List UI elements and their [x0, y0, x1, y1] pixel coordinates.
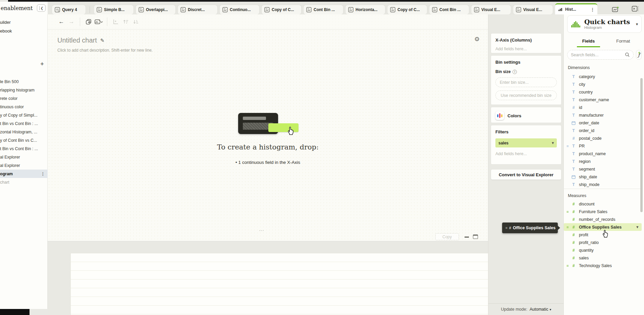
field-item-ship-date[interactable]: ship_date [564, 173, 642, 181]
sidebar-page-item[interactable]: ogram⋮ [0, 170, 48, 178]
collapse-sidebar-icon[interactable]: ❮ [37, 4, 46, 12]
add-page-list-button[interactable]: + [40, 61, 44, 67]
field-item-country[interactable]: Tcountry [564, 88, 642, 96]
field-item-id[interactable]: #id [564, 104, 642, 111]
info-icon[interactable]: i [513, 70, 517, 74]
toggle-panel-icon[interactable] [630, 4, 641, 13]
grid-row[interactable] [71, 253, 488, 262]
field-item-manufacturer[interactable]: Tmanufacturer [564, 111, 642, 119]
gear-icon[interactable]: ⚙ [474, 36, 480, 43]
scrollbar-thumb[interactable] [640, 78, 643, 212]
field-item-technology-sales[interactable]: =#Technology Sales [564, 262, 642, 269]
search-input[interactable] [571, 53, 625, 57]
page-tab[interactable]: Simple B... [94, 5, 133, 14]
field-item-region[interactable]: Tregion [564, 158, 642, 165]
sidebar-page-item[interactable]: le Bin 500 [0, 77, 48, 86]
sidebar-page-item[interactable]: rlapping histogram [0, 86, 48, 94]
text-type-icon: T [571, 159, 576, 164]
field-item-label: order_id [579, 128, 594, 133]
colors-section[interactable]: Colors [491, 107, 561, 123]
page-tab[interactable]: Hist...⋮ [555, 3, 597, 14]
field-item-discount[interactable]: #discount [564, 200, 642, 208]
field-item-city[interactable]: Tcity [564, 80, 642, 88]
field-item-sales[interactable]: #sales [564, 254, 642, 262]
quick-charts-selector[interactable]: Quick charts Histogram ▾ [567, 15, 642, 33]
sidebar-page-item[interactable]: t Bin vs Cont Bin : ... [0, 144, 48, 153]
grid-row[interactable] [71, 262, 488, 271]
minimize-icon[interactable] [465, 237, 469, 238]
bin-settings-title: Bin settings [495, 60, 557, 65]
sidebar-page-item[interactable]: al Explorer [0, 161, 48, 170]
field-item-postal-code[interactable]: #postal_code [564, 134, 642, 142]
field-item-segment[interactable]: Tsegment [564, 165, 642, 173]
field-item-furniture-sales[interactable]: =#Furniture Sales [564, 208, 642, 215]
grid-row[interactable] [71, 279, 488, 288]
maximize-icon[interactable] [473, 235, 478, 239]
number-type-icon: # [509, 226, 511, 230]
edit-title-icon[interactable]: ✎ [100, 38, 105, 44]
kebab-icon[interactable]: ⋮ [41, 172, 45, 176]
page-tab[interactable]: Copy of C... [262, 5, 301, 14]
field-item-category[interactable]: Tcategory [564, 73, 642, 80]
caret-down-icon[interactable]: ▾ [636, 225, 638, 229]
grid-row[interactable] [71, 288, 488, 297]
chart-description-placeholder[interactable]: Click to add chart description. Shift-en… [57, 48, 153, 53]
field-item-order-id[interactable]: Torder_id [564, 127, 642, 134]
remove-chart-icon[interactable]: × [94, 17, 104, 27]
field-item-quantity[interactable]: #quantity [564, 246, 642, 254]
sidebar-page-label: rlapping histogram [0, 88, 35, 92]
sidebar-page-item[interactable]: y of Copy of Simpl... [0, 111, 48, 119]
caret-down-icon[interactable]: ▾ [552, 141, 554, 145]
grid-row[interactable] [71, 271, 488, 279]
back-icon[interactable]: ← [56, 17, 66, 27]
field-item-number-of-records[interactable]: #number_of_records [564, 215, 642, 223]
sidebar-item-notebook[interactable]: ebook [0, 26, 47, 35]
page-tab[interactable]: Cont Bin ... [429, 5, 469, 14]
sidebar-page-item[interactable]: y of Cont Bin vs C... [0, 136, 48, 144]
tab-format[interactable]: Format [615, 37, 631, 47]
filters-drop-target[interactable]: Add fields here... [495, 151, 557, 156]
page-tab-label: Cont Bin ... [314, 7, 335, 12]
page-tab[interactable]: Copy of C... [387, 5, 427, 14]
xaxis-drop-target[interactable]: Add fields here... [495, 47, 557, 51]
field-item-product-name[interactable]: Tproduct_name [564, 150, 642, 158]
bin-size-input[interactable] [495, 77, 557, 87]
sidebar-page-item[interactable]: tinuous color [0, 103, 48, 111]
chart-title[interactable]: Untitled chart [57, 37, 97, 44]
sidebar-page-item[interactable]: rete color [0, 94, 48, 103]
duplicate-icon[interactable] [84, 17, 94, 27]
sidebar-page-item[interactable]: t Bin vs Cont Bin : ... [0, 119, 48, 128]
page-tab[interactable]: Cont Bin ... [304, 5, 343, 14]
field-item-order-date[interactable]: order_date [564, 119, 642, 127]
page-tab[interactable]: Continuo... [220, 5, 259, 14]
page-tab[interactable]: Query 4 [52, 5, 86, 14]
grid-row[interactable] [71, 306, 488, 314]
copy-ghost-button[interactable]: Copy [435, 233, 459, 240]
add-page-button[interactable]: + [610, 5, 621, 14]
sidebar-page-item[interactable]: chart [0, 178, 48, 186]
grid-row[interactable] [71, 297, 488, 306]
add-formula-button[interactable]: ƒ + [636, 50, 642, 60]
field-item-pr[interactable]: =TPR [564, 142, 642, 150]
convert-to-visual-explorer-button[interactable]: Convert to Visual Explorer [491, 170, 561, 180]
dimensions-list: TcategoryTcityTcountryTcustomer_name#idT… [564, 73, 642, 188]
page-tab[interactable]: Discret... [178, 5, 217, 14]
sidebar-page-item[interactable]: zontal Histogram, ... [0, 128, 48, 136]
update-mode-dropdown[interactable]: Automatic ▾ [530, 307, 551, 312]
page-tab[interactable]: Visual E... [471, 5, 511, 14]
sidebar-page-item[interactable]: al Explorer [0, 153, 48, 161]
resize-handle-icon[interactable]: ⋯ [259, 228, 265, 234]
field-item-ship-mode[interactable]: Tship_mode [564, 181, 642, 188]
filter-pill-sales[interactable]: sales ▾ [495, 138, 557, 147]
page-tab[interactable]: Horizonta... [345, 5, 385, 14]
page-tab[interactable]: Visual E... [513, 5, 553, 14]
chevron-down-icon[interactable]: ▾ [636, 22, 638, 26]
field-item-customer-name[interactable]: Tcustomer_name [564, 96, 642, 104]
tab-fields[interactable]: Fields [577, 37, 600, 47]
field-item-profit-ratio[interactable]: #profit_ratio [564, 239, 642, 246]
workbook-header: enablement ❮ [0, 2, 48, 14]
recommended-bin-button[interactable]: Use recommended bin size [495, 90, 557, 100]
page-tab[interactable]: Overlappi... [136, 5, 175, 14]
sidebar-item-builder[interactable]: uilder [0, 18, 47, 26]
kebab-icon[interactable]: ⋮ [590, 7, 595, 12]
